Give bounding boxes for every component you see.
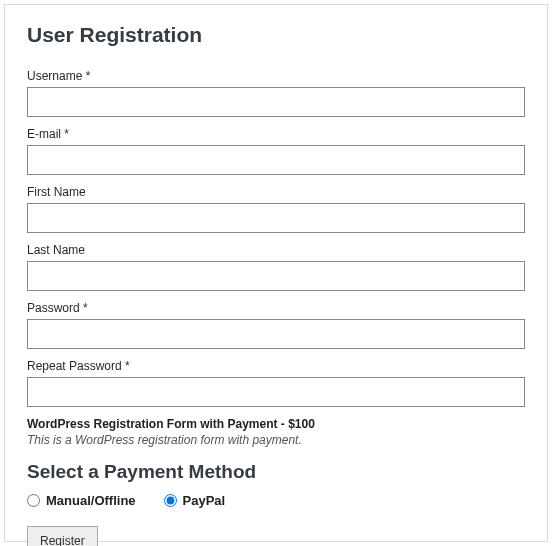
input-username[interactable] [27, 87, 525, 117]
label-firstname: First Name [27, 185, 525, 199]
input-repeatpassword[interactable] [27, 377, 525, 407]
registration-form-container: User Registration Username * E-mail * Fi… [4, 4, 548, 542]
label-manual: Manual/Offline [46, 493, 136, 508]
label-password: Password * [27, 301, 525, 315]
field-username: Username * [27, 69, 525, 117]
field-email: E-mail * [27, 127, 525, 175]
label-lastname: Last Name [27, 243, 525, 257]
plan-description: This is a WordPress registration form wi… [27, 433, 525, 447]
payment-option-paypal[interactable]: PayPal [164, 493, 226, 508]
field-lastname: Last Name [27, 243, 525, 291]
input-lastname[interactable] [27, 261, 525, 291]
payment-option-manual[interactable]: Manual/Offline [27, 493, 136, 508]
register-button[interactable]: Register [27, 526, 98, 546]
radio-manual[interactable] [27, 494, 40, 507]
page-title: User Registration [27, 23, 525, 47]
field-password: Password * [27, 301, 525, 349]
field-repeatpassword: Repeat Password * [27, 359, 525, 407]
radio-paypal[interactable] [164, 494, 177, 507]
label-email: E-mail * [27, 127, 525, 141]
payment-title: Select a Payment Method [27, 461, 525, 483]
payment-options: Manual/Offline PayPal [27, 493, 525, 508]
plan-line: WordPress Registration Form with Payment… [27, 417, 525, 431]
label-repeatpassword: Repeat Password * [27, 359, 525, 373]
field-firstname: First Name [27, 185, 525, 233]
label-username: Username * [27, 69, 525, 83]
input-password[interactable] [27, 319, 525, 349]
input-email[interactable] [27, 145, 525, 175]
label-paypal: PayPal [183, 493, 226, 508]
input-firstname[interactable] [27, 203, 525, 233]
